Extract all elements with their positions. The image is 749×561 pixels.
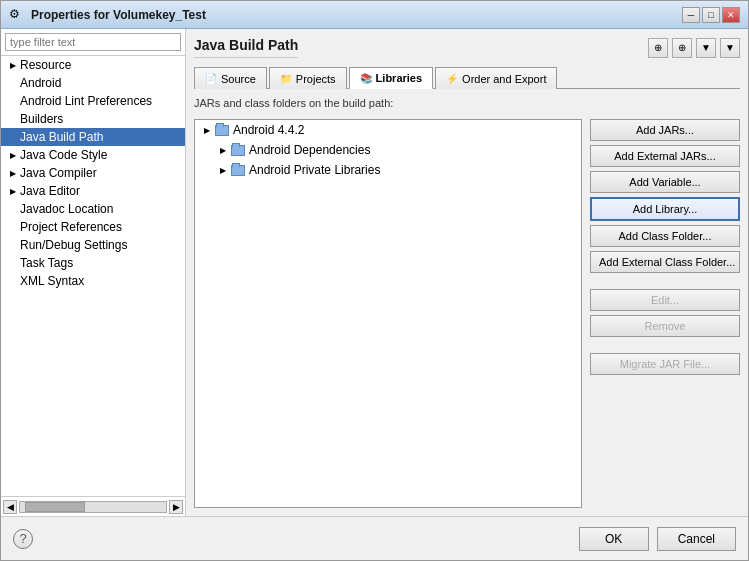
tab-libraries-label: Libraries [376, 72, 422, 84]
lib-folder-icon-android-private [231, 165, 245, 176]
toolbar-btn-3[interactable]: ▼ [696, 38, 716, 58]
sidebar-label-java-build-path: Java Build Path [20, 130, 103, 144]
sidebar-item-xml-syntax[interactable]: ▶ XML Syntax [1, 272, 185, 290]
sidebar-item-android-lint[interactable]: ▶ Android Lint Preferences [1, 92, 185, 110]
ok-button[interactable]: OK [579, 527, 649, 551]
scroll-left-btn[interactable]: ◀ [3, 500, 17, 514]
sidebar-label-javadoc: Javadoc Location [20, 202, 113, 216]
scroll-right-btn[interactable]: ▶ [169, 500, 183, 514]
add-external-jars-button[interactable]: Add External JARs... [590, 145, 740, 167]
jar-item-android442[interactable]: Android 4.4.2 [195, 120, 581, 140]
filter-box [1, 29, 185, 56]
add-class-folder-button[interactable]: Add Class Folder... [590, 225, 740, 247]
footer-buttons: OK Cancel [579, 527, 736, 551]
tab-libraries[interactable]: 📚 Libraries [349, 67, 433, 89]
minimize-button[interactable]: ─ [682, 7, 700, 23]
add-jars-button[interactable]: Add JARs... [590, 119, 740, 141]
sidebar-label-java-code-style: Java Code Style [20, 148, 107, 162]
sidebar-item-project-refs[interactable]: ▶ Project References [1, 218, 185, 236]
sidebar-label-resource: Resource [20, 58, 71, 72]
sidebar-label-project-refs: Project References [20, 220, 122, 234]
sidebar-label-xml-syntax: XML Syntax [20, 274, 84, 288]
dialog-icon: ⚙ [9, 7, 25, 23]
title-bar-controls: ─ □ ✕ [682, 7, 740, 23]
expand-icon-android442 [203, 126, 211, 134]
sidebar-label-task-tags: Task Tags [20, 256, 73, 270]
sidebar-label-builders: Builders [20, 112, 63, 126]
expand-icon-je [9, 187, 17, 195]
sidebar-item-java-editor[interactable]: Java Editor [1, 182, 185, 200]
sidebar-item-task-tags[interactable]: ▶ Task Tags [1, 254, 185, 272]
jar-item-label-android-deps: Android Dependencies [249, 143, 370, 157]
scrollbar-thumb [25, 502, 85, 512]
jar-item-label-android442: Android 4.4.2 [233, 123, 304, 137]
expand-icon-resource [9, 61, 17, 69]
toolbar-btn-2[interactable]: ⊕ [672, 38, 692, 58]
toolbar: ⊕ ⊕ ▼ ▼ [648, 38, 740, 58]
button-spacer-2 [590, 341, 740, 349]
tab-source[interactable]: 📄 Source [194, 67, 267, 89]
tab-libraries-icon: 📚 [360, 73, 372, 84]
buttons-column: Add JARs... Add External JARs... Add Var… [590, 119, 740, 508]
sidebar-item-java-compiler[interactable]: Java Compiler [1, 164, 185, 182]
sidebar-scrollbar-area: ◀ ▶ [1, 496, 185, 516]
dialog-title: Properties for Volumekey_Test [31, 8, 676, 22]
tab-projects-icon: 📁 [280, 73, 292, 84]
sidebar-label-android-lint: Android Lint Preferences [20, 94, 152, 108]
sidebar-item-resource[interactable]: Resource [1, 56, 185, 74]
panel-description: JARs and class folders on the build path… [194, 97, 740, 109]
add-library-button[interactable]: Add Library... [590, 197, 740, 221]
tab-source-label: Source [221, 73, 256, 85]
sidebar-label-run-debug: Run/Debug Settings [20, 238, 127, 252]
jar-item-android-private[interactable]: Android Private Libraries [195, 160, 581, 180]
cancel-button[interactable]: Cancel [657, 527, 736, 551]
panel-title: Java Build Path [194, 37, 298, 58]
expand-icon-jcs [9, 151, 17, 159]
content-area: Resource ▶ Android ▶ Android Lint Prefer… [1, 29, 748, 516]
sidebar-item-java-code-style[interactable]: Java Code Style [1, 146, 185, 164]
sidebar-item-java-build-path[interactable]: ▶ Java Build Path [1, 128, 185, 146]
migrate-jar-button[interactable]: Migrate JAR File... [590, 353, 740, 375]
sidebar-label-android: Android [20, 76, 61, 90]
sidebar: Resource ▶ Android ▶ Android Lint Prefer… [1, 29, 186, 516]
add-external-class-folder-button[interactable]: Add External Class Folder... [590, 251, 740, 273]
remove-button[interactable]: Remove [590, 315, 740, 337]
sidebar-item-javadoc[interactable]: ▶ Javadoc Location [1, 200, 185, 218]
add-variable-button[interactable]: Add Variable... [590, 171, 740, 193]
main-panel: Java Build Path ⊕ ⊕ ▼ ▼ 📄 Source 📁 Proje… [186, 29, 748, 516]
sidebar-tree: Resource ▶ Android ▶ Android Lint Prefer… [1, 56, 185, 496]
expand-icon-android-deps [219, 146, 227, 154]
expand-icon-android-private [219, 166, 227, 174]
properties-dialog: ⚙ Properties for Volumekey_Test ─ □ ✕ Re… [0, 0, 749, 561]
filter-input[interactable] [5, 33, 181, 51]
toolbar-btn-1[interactable]: ⊕ [648, 38, 668, 58]
help-button[interactable]: ? [13, 529, 33, 549]
tab-projects-label: Projects [296, 73, 336, 85]
sidebar-scrollbar[interactable] [19, 501, 167, 513]
tabs-row: 📄 Source 📁 Projects 📚 Libraries ⚡ Order … [194, 66, 740, 89]
tab-order-label: Order and Export [462, 73, 546, 85]
build-content: Android 4.4.2 Android Dependencies Andro… [194, 119, 740, 508]
tab-order-export[interactable]: ⚡ Order and Export [435, 67, 557, 89]
sidebar-item-android[interactable]: ▶ Android [1, 74, 185, 92]
expand-icon-jc [9, 169, 17, 177]
tab-order-icon: ⚡ [446, 73, 458, 84]
jar-tree[interactable]: Android 4.4.2 Android Dependencies Andro… [194, 119, 582, 508]
sidebar-item-builders[interactable]: ▶ Builders [1, 110, 185, 128]
sidebar-label-java-editor: Java Editor [20, 184, 80, 198]
sidebar-label-java-compiler: Java Compiler [20, 166, 97, 180]
maximize-button[interactable]: □ [702, 7, 720, 23]
button-spacer [590, 277, 740, 285]
tab-source-icon: 📄 [205, 73, 217, 84]
title-bar: ⚙ Properties for Volumekey_Test ─ □ ✕ [1, 1, 748, 29]
close-button[interactable]: ✕ [722, 7, 740, 23]
jar-item-label-android-private: Android Private Libraries [249, 163, 380, 177]
lib-folder-icon-android-deps [231, 145, 245, 156]
jar-item-android-deps[interactable]: Android Dependencies [195, 140, 581, 160]
footer: ? OK Cancel [1, 516, 748, 560]
tab-projects[interactable]: 📁 Projects [269, 67, 347, 89]
sidebar-item-run-debug[interactable]: ▶ Run/Debug Settings [1, 236, 185, 254]
lib-folder-icon-android442 [215, 125, 229, 136]
edit-button[interactable]: Edit... [590, 289, 740, 311]
toolbar-btn-4[interactable]: ▼ [720, 38, 740, 58]
